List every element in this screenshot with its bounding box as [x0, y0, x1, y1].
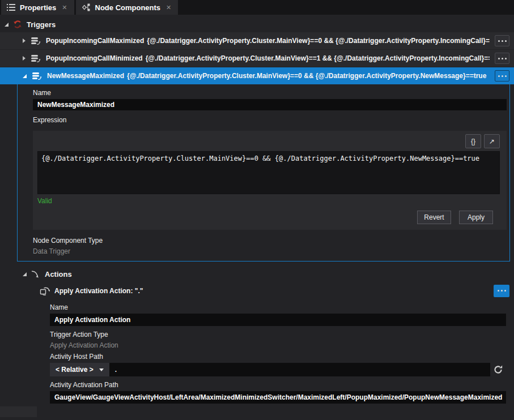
component-type-label: Node Component Type	[33, 237, 507, 245]
more-options-button[interactable]	[495, 35, 509, 46]
chevron-down-icon	[99, 368, 104, 371]
collapse-arrow-icon[interactable]	[23, 272, 27, 276]
panel-footer-spacer	[0, 406, 37, 417]
trigger-condition: {@./Datatrigger.ActivityProperty.Cluster…	[127, 72, 486, 80]
close-icon[interactable]: ✕	[165, 3, 172, 12]
node-components-icon	[82, 3, 91, 11]
expression-code-editor[interactable]: {@./Datatrigger.ActivityProperty.Cluster…	[37, 151, 500, 194]
action-row[interactable]: Apply Activation Action: "."	[0, 282, 514, 299]
expression-label: Expression	[33, 116, 507, 124]
trigger-row[interactable]: PopupIncomingCallMaximized{@./Datatrigge…	[0, 32, 514, 49]
name-label: Name	[50, 303, 506, 311]
trigger-row-selected[interactable]: NewMessageMaximized{@./Datatrigger.Activ…	[0, 67, 514, 84]
node-components-panel: Properties ✕ Node Components ✕	[0, 0, 514, 420]
path-mode-dropdown[interactable]: < Relative >	[50, 363, 109, 376]
trigger-name: PopupIncomingCallMinimized	[46, 54, 143, 62]
trigger-detail-panel: Name NewMessageMaximized Expression {} ↗…	[17, 84, 510, 262]
action-name-input[interactable]: Apply Activation Action	[50, 314, 506, 326]
more-options-button[interactable]	[495, 70, 509, 82]
expression-toolbar: {} ↗	[37, 134, 500, 148]
data-trigger-icon	[31, 37, 41, 45]
apply-button[interactable]: Apply	[459, 211, 493, 224]
apply-activation-action-icon	[40, 286, 50, 295]
close-icon[interactable]: ✕	[61, 3, 68, 12]
path-mode-value: < Relative >	[56, 366, 94, 374]
action-type-label: Trigger Action Type	[50, 331, 506, 338]
more-options-button[interactable]	[495, 53, 509, 64]
trigger-row-text: PopupIncomingCallMinimized{@./Datatrigge…	[46, 54, 490, 62]
expand-arrow-icon[interactable]	[23, 56, 26, 61]
triggers-section-header: Triggers	[0, 16, 514, 32]
trigger-condition: {@./Datatrigger.ActivityProperty.Cluster…	[146, 54, 490, 62]
more-options-button[interactable]	[494, 285, 509, 297]
activation-path-input[interactable]: GaugeView/GaugeViewActivityHost/LeftArea…	[50, 391, 506, 404]
component-type-value: Data Trigger	[33, 247, 507, 255]
revert-button[interactable]: Revert	[417, 211, 451, 224]
action-detail-panel: Name Apply Activation Action Trigger Act…	[0, 303, 514, 404]
open-external-editor-icon[interactable]: ↗	[484, 134, 500, 148]
expression-buttons: Revert Apply	[37, 211, 493, 224]
activation-path-label: Activity Activation Path	[50, 381, 506, 389]
expression-editor-panel: {} ↗ {@./Datatrigger.ActivityProperty.Cl…	[33, 131, 507, 230]
reset-path-button[interactable]	[490, 363, 506, 376]
trigger-name-input[interactable]: NewMessageMaximized	[33, 99, 507, 110]
tab-label: Node Components	[95, 3, 161, 12]
triggers-icon	[13, 20, 22, 29]
host-path-input[interactable]: .	[109, 363, 490, 376]
name-label: Name	[33, 89, 507, 97]
actions-icon	[31, 270, 40, 278]
collapse-arrow-icon[interactable]	[5, 23, 9, 27]
trigger-row-text: PopupIncomingCallMaximized{@./Datatrigge…	[46, 37, 490, 45]
tab-bar: Properties ✕ Node Components ✕	[0, 0, 514, 15]
section-title: Actions	[45, 270, 72, 278]
tab-node-components[interactable]: Node Components ✕	[76, 0, 179, 15]
expression-validity-status: Valid	[37, 197, 500, 205]
properties-list-icon	[7, 4, 15, 11]
trigger-condition: {@./Datatrigger.ActivityProperty.Cluster…	[147, 37, 490, 45]
section-title: Triggers	[27, 20, 56, 29]
action-type-value: Apply Activation Action	[50, 341, 506, 349]
tab-label: Properties	[20, 3, 56, 12]
host-path-label: Activity Host Path	[50, 353, 506, 361]
trigger-row-text: NewMessageMaximized{@./Datatrigger.Activ…	[47, 72, 490, 80]
data-trigger-icon	[31, 54, 41, 63]
actions-section-header: Actions	[0, 266, 514, 282]
trigger-name: NewMessageMaximized	[47, 72, 124, 80]
trigger-row[interactable]: PopupIncomingCallMinimized{@./Datatrigge…	[0, 50, 514, 67]
collapse-arrow-icon[interactable]	[23, 74, 27, 78]
action-row-label: Apply Activation Action: "."	[54, 287, 489, 295]
data-trigger-icon	[32, 72, 42, 80]
tab-properties[interactable]: Properties ✕	[1, 0, 74, 15]
expand-arrow-icon[interactable]	[23, 38, 26, 43]
trigger-name: PopupIncomingCallMaximized	[46, 37, 144, 45]
insert-braces-button[interactable]: {}	[465, 134, 481, 148]
host-path-row: < Relative > .	[50, 363, 506, 376]
